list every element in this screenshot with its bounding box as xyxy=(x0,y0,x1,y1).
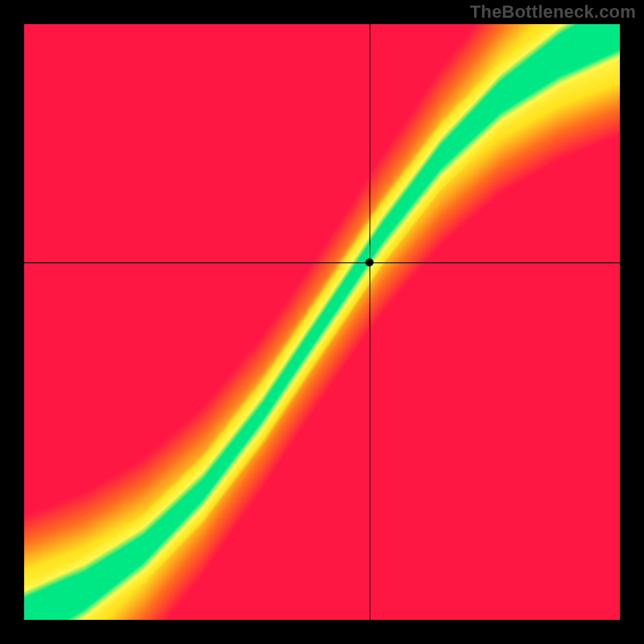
attribution-label: TheBottleneck.com xyxy=(470,2,636,23)
chart-container: TheBottleneck.com xyxy=(0,0,644,644)
crosshair-vertical xyxy=(369,24,370,620)
heatmap-plot xyxy=(24,24,620,620)
crosshair-horizontal xyxy=(24,262,620,263)
heatmap-canvas xyxy=(24,24,620,620)
